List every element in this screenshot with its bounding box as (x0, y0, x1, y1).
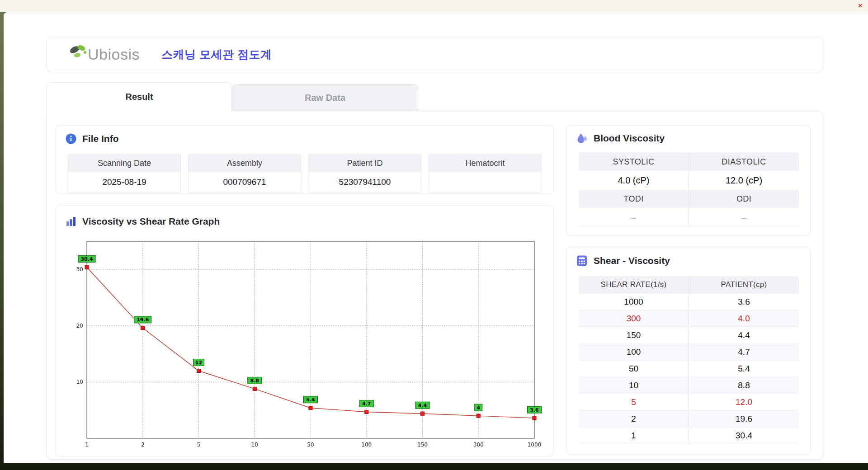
table-row: 3004.0 (579, 310, 799, 327)
file-info-fields: Scanning Date 2025-08-19 Assembly 000709… (68, 154, 542, 192)
svg-text:300: 300 (473, 442, 484, 448)
shear-rate-cell: 10 (579, 377, 689, 394)
page-title: 스캐닝 모세관 점도계 (161, 47, 272, 62)
table-row: 512.0 (579, 394, 799, 411)
tab-result-label: Result (125, 92, 153, 102)
content-card: File Info Scanning Date 2025-08-19 Assem… (47, 111, 823, 460)
shear-rate-cell: 150 (579, 327, 689, 343)
odi-value: – (689, 208, 799, 227)
app-window: Ubiosis 스캐닝 모세관 점도계 Result Raw Data File… (4, 12, 868, 463)
todi-header: TODI (579, 190, 689, 207)
graph-title: Viscosity vs Shear Rate Graph (82, 216, 220, 227)
shear-viscosity-table: SHEAR RATE(1/s) PATIENT(cp) 10003.63004.… (579, 276, 799, 444)
shear-rate-cell: 2 (579, 411, 689, 427)
ubiosis-leaf-icon (68, 43, 90, 63)
graph-header: Viscosity vs Shear Rate Graph (65, 216, 220, 227)
svg-text:100: 100 (361, 442, 372, 448)
table-row: 505.4 (579, 361, 799, 377)
blood-viscosity-table: SYSTOLIC DIASTOLIC 4.0 (cP) 12.0 (cP) TO… (579, 153, 799, 227)
tab-raw-data-label: Raw Data (305, 93, 345, 103)
svg-text:10: 10 (251, 442, 258, 448)
svg-text:4.7: 4.7 (362, 401, 371, 407)
patient-cell: 4.7 (689, 344, 799, 360)
tab-result[interactable]: Result (47, 82, 232, 111)
svg-text:4: 4 (476, 405, 480, 411)
ubiosis-logo: Ubiosis (68, 46, 140, 63)
svg-text:1000: 1000 (528, 442, 542, 448)
svg-text:12: 12 (195, 360, 202, 366)
calculator-icon (576, 254, 588, 267)
svg-text:10: 10 (76, 379, 83, 385)
svg-text:3.6: 3.6 (530, 407, 539, 413)
table-row: 1504.4 (579, 327, 799, 344)
systolic-value: 4.0 (cP) (579, 171, 689, 190)
patient-cell: 5.4 (689, 361, 799, 377)
svg-text:30.4: 30.4 (80, 256, 93, 262)
info-icon (65, 133, 77, 145)
field-value: 000709671 (189, 172, 301, 192)
viscosity-graph-section: Viscosity vs Shear Rate Graph 1251050100… (56, 205, 554, 456)
field-scanning-date: Scanning Date 2025-08-19 (68, 154, 181, 192)
shear-rate-cell: 1000 (579, 294, 689, 310)
header-card: Ubiosis 스캐닝 모세관 점도계 (47, 37, 823, 72)
field-value (429, 172, 541, 192)
shear-rate-cell: 5 (579, 394, 689, 410)
shear-viscosity-header: Shear - Viscosity (576, 254, 670, 267)
table-row: 130.4 (579, 428, 799, 444)
patient-column-header: PATIENT(cp) (689, 276, 799, 293)
table-header-row: SHEAR RATE(1/s) PATIENT(cp) (579, 276, 799, 294)
file-info-title: File Info (82, 133, 119, 144)
svg-text:50: 50 (307, 442, 314, 448)
svg-text:19.6: 19.6 (137, 317, 149, 323)
diastolic-value: 12.0 (cP) (689, 171, 799, 190)
viscosity-chart: 1251050100150300100010203030.419.6128.85… (67, 238, 546, 450)
patient-cell: 8.8 (689, 377, 799, 394)
shear-viscosity-section: Shear - Viscosity SHEAR RATE(1/s) PATIEN… (566, 247, 811, 455)
file-info-header: File Info (65, 133, 119, 145)
blood-viscosity-header: Blood Viscosity (576, 132, 665, 145)
svg-text:5: 5 (197, 442, 201, 448)
field-value: 2025-08-19 (68, 172, 180, 192)
droplet-icon (576, 132, 588, 145)
patient-cell: 19.6 (689, 411, 799, 427)
patient-cell: 30.4 (689, 428, 799, 444)
field-patient-id: Patient ID 52307941100 (308, 154, 421, 192)
svg-text:4.4: 4.4 (418, 403, 427, 409)
logo-text: Ubiosis (88, 46, 140, 63)
title-bar: × (0, 0, 868, 12)
svg-text:1: 1 (85, 442, 89, 448)
shear-rate-cell: 50 (579, 361, 689, 377)
shear-viscosity-title: Shear - Viscosity (594, 255, 670, 266)
patient-cell: 4.4 (689, 327, 799, 343)
svg-text:150: 150 (417, 442, 428, 448)
table-row: 1004.7 (579, 344, 799, 361)
todi-value: – (579, 208, 689, 227)
diastolic-header: DIASTOLIC (689, 153, 799, 170)
svg-text:30: 30 (76, 266, 83, 273)
tab-raw-data[interactable]: Raw Data (232, 84, 418, 111)
table-row: 219.6 (579, 411, 799, 428)
close-icon[interactable]: × (858, 2, 863, 10)
bar-chart-icon (65, 216, 77, 227)
shear-rate-cell: 1 (579, 428, 689, 444)
field-hematocrit: Hematocrit (429, 154, 542, 192)
shear-rate-column-header: SHEAR RATE(1/s) (579, 276, 689, 293)
field-label: Scanning Date (68, 154, 180, 172)
shear-rate-cell: 300 (579, 310, 689, 327)
blood-viscosity-section: Blood Viscosity SYSTOLIC DIASTOLIC 4.0 (… (566, 125, 811, 235)
field-value: 52307941100 (309, 172, 421, 192)
svg-text:20: 20 (76, 323, 83, 329)
svg-text:2: 2 (141, 442, 145, 448)
field-label: Assembly (189, 154, 301, 172)
field-assembly: Assembly 000709671 (188, 154, 301, 192)
table-row: 108.8 (579, 377, 799, 394)
svg-text:5.4: 5.4 (306, 397, 315, 403)
systolic-header: SYSTOLIC (579, 153, 689, 170)
field-label: Patient ID (309, 154, 421, 172)
odi-header: ODI (689, 190, 799, 207)
svg-text:8.8: 8.8 (250, 378, 259, 384)
file-info-section: File Info Scanning Date 2025-08-19 Assem… (56, 125, 554, 194)
blood-viscosity-title: Blood Viscosity (594, 133, 665, 144)
shear-rate-cell: 100 (579, 344, 689, 360)
patient-cell: 3.6 (689, 294, 799, 310)
